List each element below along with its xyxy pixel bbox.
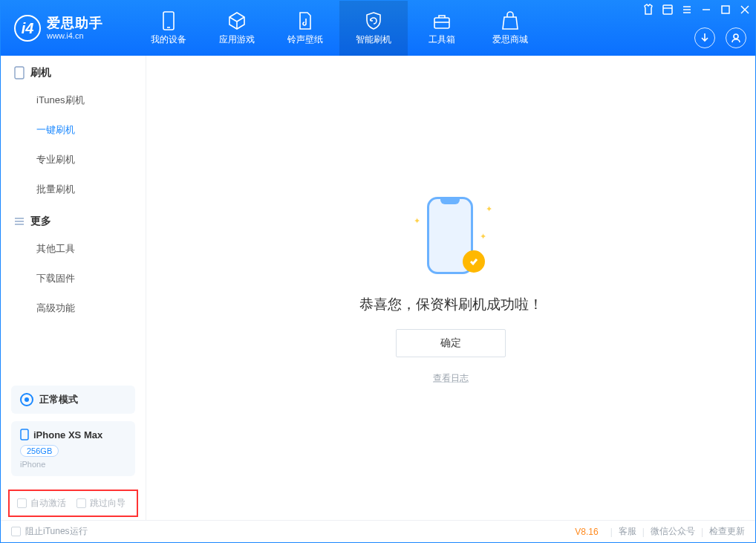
nav-my-device[interactable]: 我的设备: [134, 1, 203, 56]
checkbox-label: 跳过向导: [90, 497, 126, 510]
checkbox-label: 自动激活: [30, 497, 66, 510]
sparkle-icon: ✦: [486, 204, 492, 214]
account-button[interactable]: [726, 27, 746, 48]
device-panel: 正常模式 iPhone XS Max 256GB iPhone: [1, 386, 146, 491]
svg-rect-18: [21, 429, 28, 440]
sidebar-section-more: 更多: [1, 204, 146, 234]
nav-apps-games[interactable]: 应用游戏: [203, 1, 271, 56]
app-subtitle: www.i4.cn: [47, 31, 103, 40]
shirt-icon[interactable]: [642, 4, 654, 16]
nav-ringtones-wallpapers[interactable]: 铃声壁纸: [271, 1, 339, 56]
view-log-link[interactable]: 查看日志: [433, 372, 469, 385]
sparkle-icon: ✦: [414, 216, 420, 226]
minimize-icon[interactable]: [700, 4, 712, 16]
nav-label: 我的设备: [151, 33, 186, 46]
svg-rect-4: [663, 5, 672, 14]
section-label: 更多: [30, 215, 51, 228]
window-controls: [642, 4, 751, 16]
success-illustration: ✦ ✦ ✦: [406, 191, 495, 280]
bag-icon: [501, 11, 520, 30]
main-content: ✦ ✦ ✦ 恭喜您，保资料刷机成功啦！ 确定 查看日志: [146, 56, 755, 520]
close-icon[interactable]: [739, 4, 751, 16]
nav-toolbox[interactable]: 工具箱: [408, 1, 476, 56]
svg-rect-14: [15, 67, 24, 79]
options-highlight-box: 自动激活 跳过向导: [8, 490, 138, 517]
svg-rect-10: [722, 6, 729, 13]
skip-guide-checkbox[interactable]: 跳过向导: [76, 497, 126, 510]
sidebar-section-flash: 刷机: [1, 56, 146, 85]
sidebar-item-pro-flash[interactable]: 专业刷机: [1, 145, 146, 175]
toolbox-icon: [432, 11, 452, 30]
device-capacity: 256GB: [20, 445, 59, 457]
title-bar: i4 爱思助手 www.i4.cn 我的设备 应用游戏 铃声壁纸 智能刷机 工具…: [1, 1, 755, 56]
svg-rect-2: [434, 18, 449, 28]
sidebar-item-batch-flash[interactable]: 批量刷机: [1, 175, 146, 204]
sidebar-item-onekey-flash[interactable]: 一键刷机: [1, 115, 146, 145]
version-label: V8.16: [575, 527, 598, 537]
success-badge-icon: [463, 250, 485, 273]
phone-icon: [159, 11, 178, 30]
app-logo: i4 爱思助手 www.i4.cn: [1, 15, 134, 42]
nav-label: 铃声壁纸: [287, 33, 323, 46]
nav-smart-flash[interactable]: 智能刷机: [339, 1, 408, 56]
shield-refresh-icon: [364, 11, 383, 30]
app-title: 爱思助手: [47, 16, 103, 31]
sidebar: 刷机 iTunes刷机 一键刷机 专业刷机 批量刷机 更多 其他工具 下载固件 …: [1, 56, 146, 520]
music-file-icon: [296, 11, 315, 30]
check-update-link[interactable]: 检查更新: [709, 525, 745, 538]
support-link[interactable]: 客服: [619, 525, 636, 538]
section-label: 刷机: [30, 66, 51, 79]
mode-indicator-icon: [20, 393, 33, 406]
nav-label: 工具箱: [428, 33, 455, 46]
list-icon: [14, 216, 25, 227]
nav-label: 应用游戏: [219, 33, 255, 46]
maximize-icon[interactable]: [720, 4, 731, 16]
auto-activate-checkbox[interactable]: 自动激活: [17, 497, 66, 510]
nav-label: 爱思商城: [492, 33, 528, 46]
sidebar-item-advanced[interactable]: 高级功能: [1, 293, 146, 323]
ok-button[interactable]: 确定: [396, 329, 506, 357]
sidebar-item-itunes-flash[interactable]: iTunes刷机: [1, 85, 146, 115]
svg-point-13: [734, 34, 738, 39]
device-icon: [20, 429, 29, 440]
status-bar: 阻止iTunes运行 V8.16 | 客服 | 微信公众号 | 检查更新: [1, 520, 755, 542]
checkbox-label: 阻止iTunes运行: [25, 525, 88, 538]
sidebar-item-download-firmware[interactable]: 下载固件: [1, 264, 146, 293]
main-nav: 我的设备 应用游戏 铃声壁纸 智能刷机 工具箱 爱思商城: [134, 1, 544, 56]
device-mode-label: 正常模式: [39, 393, 78, 406]
device-mode-box[interactable]: 正常模式: [11, 386, 135, 414]
skin-icon[interactable]: [662, 4, 674, 16]
logo-icon: i4: [14, 15, 41, 42]
device-info-box[interactable]: iPhone XS Max 256GB iPhone: [11, 421, 135, 476]
sparkle-icon: ✦: [480, 232, 486, 241]
phone-small-icon: [14, 66, 25, 79]
header-actions: [694, 27, 746, 48]
nav-label: 智能刷机: [356, 33, 391, 46]
menu-icon[interactable]: [681, 4, 693, 16]
wechat-link[interactable]: 微信公众号: [651, 525, 695, 538]
sidebar-item-other-tools[interactable]: 其他工具: [1, 234, 146, 264]
nav-store[interactable]: 爱思商城: [476, 1, 544, 56]
device-name: iPhone XS Max: [33, 429, 102, 440]
success-message: 恭喜您，保资料刷机成功啦！: [359, 295, 543, 314]
block-itunes-checkbox[interactable]: 阻止iTunes运行: [11, 525, 88, 538]
device-type: iPhone: [20, 460, 126, 469]
cube-icon: [227, 11, 247, 30]
download-button[interactable]: [694, 27, 715, 48]
